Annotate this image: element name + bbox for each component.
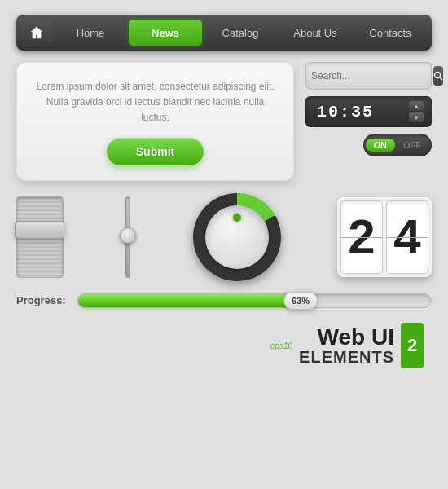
h-slider-track[interactable] <box>16 196 64 278</box>
nav-item-news[interactable]: News <box>129 20 202 46</box>
brand-line1: Web UI <box>318 326 394 349</box>
brand-text: Web UI ELEMENTS <box>299 326 394 365</box>
nav-item-about[interactable]: About Us <box>279 20 352 46</box>
flip-digit-1: 2 <box>340 200 383 274</box>
svg-point-0 <box>435 73 441 78</box>
horizontal-slider-wrap <box>16 196 64 278</box>
nav-item-contacts[interactable]: Contacts <box>354 20 427 46</box>
progress-thumb[interactable]: 63% <box>283 292 318 310</box>
knob-outer <box>193 193 281 281</box>
home-icon <box>29 25 44 40</box>
right-widgets-panel: 10:35 ▲ ▼ ON OFF <box>305 62 432 156</box>
search-button[interactable] <box>433 66 443 86</box>
v-slider-thumb[interactable] <box>120 227 136 244</box>
widgets-row: 2 4 <box>16 192 432 282</box>
progress-bar-track <box>77 293 432 308</box>
flip-digit-2: 4 <box>386 200 428 274</box>
toggle-on-label: ON <box>366 139 396 152</box>
main-content-row: Lorem ipsum dolor sit amet, consectetur … <box>16 62 432 181</box>
search-icon <box>433 71 443 81</box>
form-card: Lorem ipsum dolor sit amet, consectetur … <box>16 62 294 181</box>
brand-line2: ELEMENTS <box>299 349 394 365</box>
time-display: 10:35 ▲ ▼ <box>305 96 432 127</box>
branding-row: eps10 Web UI ELEMENTS 2 <box>16 323 432 368</box>
toggle-switch[interactable]: ON OFF <box>363 134 433 156</box>
progress-row: Progress: 63% <box>16 293 432 311</box>
nav-item-catalog[interactable]: Catalog <box>204 20 277 46</box>
form-placeholder-text: Lorem ipsum dolor sit amet, consectetur … <box>32 79 279 126</box>
h-slider-thumb[interactable] <box>15 221 64 239</box>
brand-eps-label: eps10 <box>270 341 292 350</box>
toggle-off-label: OFF <box>395 139 429 152</box>
progress-bar-wrap[interactable]: 63% <box>77 293 432 308</box>
svg-line-1 <box>440 77 442 80</box>
knob-dot <box>233 214 241 222</box>
knob-inner <box>205 205 269 269</box>
time-up-button[interactable]: ▲ <box>409 101 424 111</box>
search-bar <box>305 62 432 90</box>
time-arrows: ▲ ▼ <box>409 101 424 122</box>
brand-part-badge: 2 <box>401 323 424 368</box>
time-down-button[interactable]: ▼ <box>409 112 424 122</box>
time-value: 10:35 <box>317 103 374 121</box>
flip-counter: 2 4 <box>337 197 432 277</box>
toggle-row: ON OFF <box>305 134 432 156</box>
navbar: Home News Catalog About Us Contacts <box>16 15 432 51</box>
progress-label: Progress: <box>16 294 66 306</box>
nav-home-button[interactable] <box>21 20 52 46</box>
nav-item-home[interactable]: Home <box>54 20 127 46</box>
progress-bar-fill <box>78 294 301 307</box>
search-input[interactable] <box>311 70 433 82</box>
submit-button[interactable]: Submit <box>107 138 204 165</box>
vertical-slider-wrap <box>119 196 137 278</box>
knob-wrap[interactable] <box>192 192 282 282</box>
